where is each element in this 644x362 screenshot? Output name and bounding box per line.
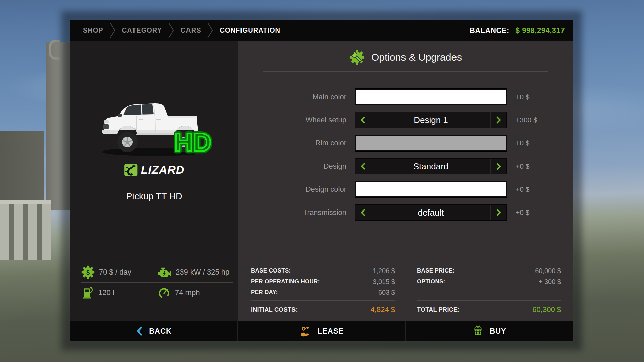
config-row-design-color: Design color +0 $	[238, 181, 573, 197]
brand-name: LIZARD	[141, 163, 185, 176]
breadcrumb: SHOP CATEGORY CARS CONFIGURATION	[78, 20, 285, 41]
divider	[417, 300, 561, 301]
back-button[interactable]: BACK	[70, 321, 237, 341]
hand-key-lease-icon	[300, 325, 312, 337]
stat-maintenance: $ 70 $ / day	[81, 265, 157, 279]
cost-value: + 300 $	[539, 278, 561, 286]
back-label: BACK	[149, 327, 172, 336]
config-price: +300 $	[516, 116, 537, 124]
buy-button[interactable]: BUY	[406, 321, 573, 341]
chevron-left-icon	[360, 116, 366, 124]
background-shed	[0, 200, 51, 260]
back-chevron-icon	[136, 326, 143, 337]
price-block: BASE PRICE: 60,000 $ OPTIONS: + 300 $ TO…	[417, 261, 561, 314]
chevron-separator-icon	[168, 20, 175, 41]
config-label: Rim color	[238, 139, 355, 147]
divider	[106, 187, 202, 187]
prev-option-button[interactable]	[355, 112, 371, 128]
engine-icon	[157, 265, 171, 279]
divider	[106, 209, 202, 209]
lease-label: LEASE	[318, 327, 344, 336]
options-title: Options & Upgrades	[371, 52, 462, 63]
balance-value: $ 998,294,317	[516, 26, 565, 35]
lizard-logo-icon	[124, 164, 138, 176]
config-row-main-color: Main color +0 $	[238, 89, 573, 105]
config-row-design: Design Standard +0 $	[238, 158, 573, 174]
initial-costs-label: INITIAL COSTS:	[251, 306, 298, 313]
chevron-left-icon	[360, 162, 366, 170]
background-lamp	[49, 40, 60, 60]
chevron-right-icon	[496, 208, 501, 217]
stat-power: 239 kW / 325 hp	[157, 265, 233, 279]
stat-value: 74 mph	[175, 288, 200, 297]
config-label: Main color	[238, 93, 355, 101]
basket-buy-icon	[472, 325, 484, 337]
config-label: Design	[238, 162, 355, 171]
running-costs-block: BASE COSTS: 1,206 $ PER OPERATING HOUR: …	[251, 261, 395, 314]
selector-value: Standard	[371, 161, 490, 172]
cost-value: 3,015 $	[373, 278, 395, 286]
divider	[251, 300, 395, 301]
config-label: Transmission	[238, 208, 355, 217]
cost-label: BASE COSTS:	[251, 267, 291, 274]
stat-value: 70 $ / day	[99, 268, 131, 277]
svg-text:$: $	[86, 269, 90, 276]
config-row-wheel-setup: Wheel setup Design 1 +300 $	[238, 112, 573, 128]
cost-label: PER DAY:	[251, 289, 278, 296]
total-price-label: TOTAL PRICE:	[417, 306, 460, 313]
action-bar: BACK LEASE	[70, 321, 573, 341]
front-wheel	[117, 132, 138, 152]
chevron-separator-icon	[207, 20, 214, 41]
hd-overlay-text: HD HD	[168, 127, 218, 159]
cost-value: 1,206 $	[373, 267, 395, 275]
configuration-rows: Main color +0 $ Wheel setup Design 1	[238, 89, 573, 228]
cost-label: BASE PRICE:	[417, 267, 455, 274]
prev-option-button[interactable]	[355, 205, 371, 220]
cost-label: PER OPERATING HOUR:	[251, 278, 320, 285]
config-price: +0 $	[516, 139, 529, 147]
brand-logo: LIZARD	[70, 163, 238, 176]
prev-option-button[interactable]	[355, 159, 371, 174]
vehicle-name: Pickup TT HD	[70, 191, 238, 202]
breadcrumb-configuration: CONFIGURATION	[215, 26, 284, 34]
next-option-button[interactable]	[490, 159, 506, 174]
config-label: Wheel setup	[238, 116, 355, 124]
speedometer-icon	[157, 286, 171, 299]
next-option-button[interactable]	[490, 112, 506, 128]
rim-color-swatch[interactable]	[355, 135, 507, 151]
config-price: +0 $	[516, 93, 529, 101]
gear-dollar-icon: $	[81, 265, 95, 279]
breadcrumb-cars[interactable]: CARS	[176, 26, 206, 34]
shop-configuration-dialog: SHOP CATEGORY CARS CONFIGURATION BALANCE…	[70, 20, 573, 341]
stat-speed: 74 mph	[157, 286, 233, 299]
cost-value: 60,000 $	[535, 267, 561, 275]
chevron-right-icon	[496, 162, 501, 170]
breadcrumb-category[interactable]: CATEGORY	[118, 26, 166, 34]
config-price: +0 $	[516, 185, 529, 193]
vehicle-stats: $ 70 $ / day	[81, 262, 233, 303]
vehicle-panel: HD HD LIZARD Pickup TT HD	[70, 41, 238, 321]
chevron-separator-icon	[109, 20, 116, 41]
breadcrumb-shop[interactable]: SHOP	[78, 26, 108, 34]
config-price: +0 $	[516, 162, 529, 170]
selector-value: default	[371, 207, 490, 218]
config-row-transmission: Transmission default +0 $	[238, 204, 573, 221]
selector-value: Design 1	[371, 115, 490, 125]
balance: BALANCE: $ 998,294,317	[470, 26, 565, 35]
divider	[263, 71, 548, 72]
config-price: +0 $	[516, 208, 529, 217]
balance-label: BALANCE:	[470, 26, 509, 35]
config-label: Design color	[238, 185, 355, 194]
design-color-swatch[interactable]	[355, 181, 507, 197]
cost-summary: BASE COSTS: 1,206 $ PER OPERATING HOUR: …	[251, 261, 561, 314]
lease-button[interactable]: LEASE	[238, 321, 405, 341]
cost-label: OPTIONS:	[417, 278, 445, 285]
main-color-swatch[interactable]	[355, 89, 507, 105]
stat-fuel: 120 l	[81, 286, 157, 299]
fuel-pump-icon	[81, 286, 94, 299]
config-row-rim-color: Rim color +0 $	[238, 135, 573, 151]
stat-value: 239 kW / 325 hp	[176, 268, 229, 277]
chevron-right-icon	[496, 116, 501, 124]
next-option-button[interactable]	[490, 205, 506, 220]
breadcrumb-bar: SHOP CATEGORY CARS CONFIGURATION BALANCE…	[70, 20, 573, 41]
